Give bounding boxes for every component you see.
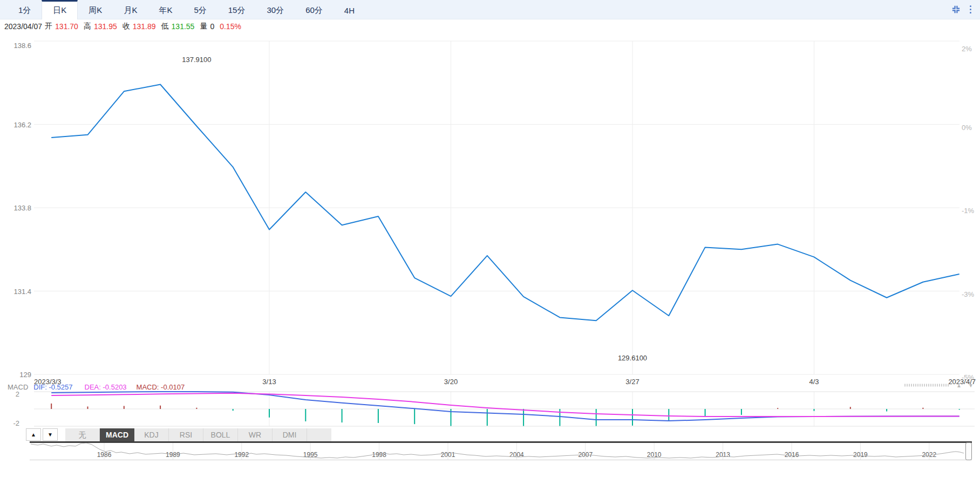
indicator-bar: ▲ ▼ 无MACDKDJRSIBOLLWRDMI <box>0 428 980 441</box>
macd-hist-bar <box>414 409 415 424</box>
macd-hist-bar <box>632 409 633 426</box>
open-value: 131.70 <box>55 22 78 31</box>
toolbar-icons <box>951 0 980 19</box>
indicator-tab-KDJ[interactable]: KDJ <box>134 428 169 441</box>
scrubber-year-label: 2019 <box>853 451 868 459</box>
indicator-tab-WR[interactable]: WR <box>238 428 273 441</box>
scrubber-year-label: 1986 <box>97 451 112 459</box>
macd-hist-bar <box>305 409 306 421</box>
y-axis-right-label: 2% <box>962 45 972 53</box>
low-label: 低 <box>161 22 169 31</box>
scrubber-canvas[interactable]: 1986198919921995199820012004200720102013… <box>30 443 971 460</box>
timeframe-tab-30分[interactable]: 30分 <box>256 0 295 19</box>
macd-hist-bar <box>487 409 488 426</box>
close-value: 131.89 <box>133 22 156 31</box>
timeframe-toolbar: 1分日K周K月K年K5分15分30分60分4H <box>0 0 980 19</box>
macd-info-row: MACD DIF: -0.5257 DEA: -0.5203 MACD: -0.… <box>8 384 185 391</box>
macd-hist-bar <box>160 406 161 409</box>
price-line <box>51 84 959 320</box>
macd-hist-bar <box>523 409 524 426</box>
indicator-tab-MACD[interactable]: MACD <box>100 428 134 441</box>
timeframe-tab-周K[interactable]: 周K <box>78 0 113 19</box>
macd-hist-bar <box>850 407 851 409</box>
scrubber-year-label: 2001 <box>441 451 455 459</box>
indicator-tabs: 无MACDKDJRSIBOLLWRDMI <box>65 428 331 441</box>
macd-hist-bar <box>559 409 560 426</box>
macd-hist-bar <box>87 406 89 409</box>
panel-collapse-down-icon[interactable]: ▼ <box>968 383 974 388</box>
timeframe-tab-日K[interactable]: 日K <box>42 0 78 19</box>
macd-hist-bar <box>886 409 887 412</box>
quote-bar: 2023/04/07 开 131.70 高 131.95 收 131.89 低 … <box>0 19 980 33</box>
close-label: 收 <box>122 22 130 31</box>
y-axis-left-label: 136.2 <box>13 121 31 129</box>
timeframe-tab-月K[interactable]: 月K <box>113 0 148 19</box>
y-axis-left-label: 129 <box>19 371 31 379</box>
y-axis-left-label: 133.8 <box>13 204 31 212</box>
macd-hist-bar <box>233 409 234 411</box>
macd-dea-line <box>51 393 959 416</box>
timeframe-tab-60分[interactable]: 60分 <box>295 0 334 19</box>
open-label: 开 <box>45 22 52 31</box>
scrubber-year-label: 1992 <box>234 451 249 459</box>
timeframe-tab-5分[interactable]: 5分 <box>183 0 217 19</box>
macd-hist-value: MACD: -0.0107 <box>137 384 185 391</box>
timeframe-tabs: 1分日K周K月K年K5分15分30分60分4H <box>8 0 365 19</box>
scrubber-year-label: 2004 <box>509 451 524 459</box>
annotation-high: 137.9100 <box>182 56 211 64</box>
more-icon[interactable] <box>970 5 972 14</box>
scrubber-year-label: 2013 <box>716 451 730 459</box>
timeframe-tab-4H[interactable]: 4H <box>334 0 365 19</box>
annotation-low: 129.6100 <box>618 354 647 362</box>
x-axis-date-label: 3/13 <box>262 378 276 386</box>
timeframe-tab-1分[interactable]: 1分 <box>8 0 42 19</box>
indicator-tab-BOLL[interactable]: BOLL <box>203 428 238 441</box>
timeframe-tab-15分[interactable]: 15分 <box>217 0 256 19</box>
macd-hist-bar <box>378 409 379 423</box>
macd-hist-bar <box>342 409 343 422</box>
y-axis-right-label: 0% <box>962 124 972 132</box>
macd-hist-bar <box>668 409 669 421</box>
scrubber-year-label: 2016 <box>785 451 799 459</box>
x-axis-date-label: 3/20 <box>444 378 458 386</box>
macd-dif-value: DIF: -0.5257 <box>33 384 72 391</box>
x-axis-date-label: 4/3 <box>809 378 819 386</box>
panel-up-button[interactable]: ▲ <box>26 428 41 441</box>
macd-panel-title: MACD <box>8 384 28 391</box>
macd-axis-label-top: 2 <box>16 390 19 398</box>
macd-hist-bar <box>196 408 197 409</box>
macd-hist-bar <box>959 409 960 410</box>
scrubber-year-label: 1989 <box>166 451 180 459</box>
scrubber-right-handle[interactable] <box>965 442 972 460</box>
y-axis-left-label: 138.6 <box>13 42 31 50</box>
quote-date: 2023/04/07 <box>4 22 42 31</box>
scrubber-year-label: 1998 <box>372 451 386 459</box>
panel-collapse-up-icon[interactable]: ▲ <box>956 383 962 388</box>
indicator-tabs-tail <box>307 428 331 441</box>
y-axis-left-label: 131.4 <box>13 288 31 296</box>
macd-hist-bar <box>124 406 125 409</box>
high-label: 高 <box>84 22 91 31</box>
macd-hist-bar <box>269 409 270 418</box>
timeframe-tab-年K[interactable]: 年K <box>148 0 183 19</box>
macd-hist-bar <box>922 408 923 409</box>
macd-hist-bar <box>705 409 706 417</box>
main-chart-canvas[interactable]: 138.62%136.20%133.8-1%131.4-3%129-5%2023… <box>0 33 980 428</box>
chart-area: 138.62%136.20%133.8-1%131.4-3%129-5%2023… <box>0 33 980 428</box>
panel-down-button[interactable]: ▼ <box>43 428 58 441</box>
change-pct: 0.15% <box>220 22 241 31</box>
exit-fullscreen-icon[interactable] <box>951 4 961 15</box>
y-axis-right-label: -1% <box>962 207 975 215</box>
indicator-tab-RSI[interactable]: RSI <box>169 428 203 441</box>
indicator-tab-DMI[interactable]: DMI <box>273 428 307 441</box>
macd-dea-value: DEA: -0.5203 <box>85 384 127 391</box>
volume-label: 量 <box>200 22 207 31</box>
high-value: 131.95 <box>94 22 117 31</box>
volume-value: 0 <box>210 22 214 31</box>
x-axis-date-label: 3/27 <box>625 378 639 386</box>
macd-hist-bar <box>814 409 815 411</box>
macd-hist-bar <box>777 408 778 409</box>
macd-hist-bar <box>596 409 597 426</box>
indicator-tab-无[interactable]: 无 <box>65 428 100 441</box>
timeline-scrubber[interactable]: 1986198919921995199820012004200720102013… <box>30 441 972 460</box>
